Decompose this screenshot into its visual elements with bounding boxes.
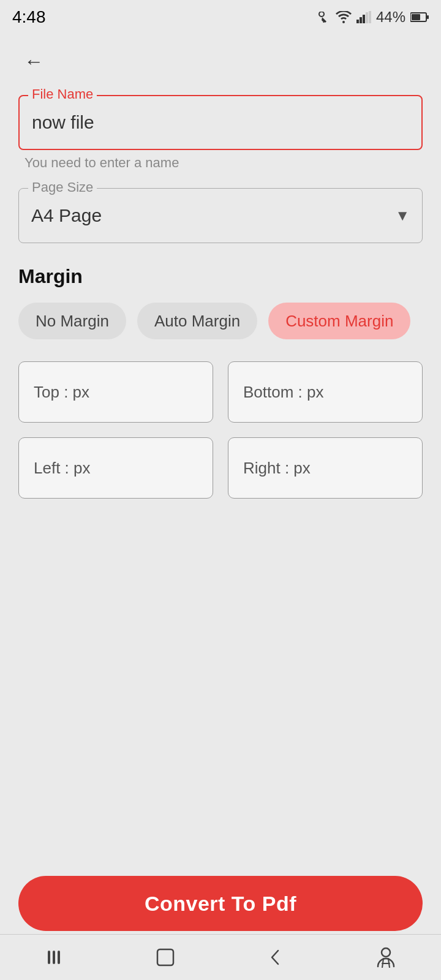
page-size-dropdown[interactable]: A4 Page ▼ [18,188,423,243]
bottom-margin-placeholder: Bottom : px [243,383,324,402]
status-icons: 44% [316,9,429,26]
nav-home-button[interactable] [150,942,181,973]
right-margin-input[interactable]: Right : px [228,437,423,499]
battery-icon [410,12,429,23]
square-icon [156,948,175,967]
nav-person-button[interactable] [371,942,401,973]
svg-rect-3 [366,12,368,23]
top-margin-input[interactable]: Top : px [18,361,213,423]
svg-rect-10 [58,951,60,964]
page-size-label: Page Size [28,179,97,195]
svg-rect-8 [48,951,50,964]
bottom-nav [0,934,441,980]
file-name-input[interactable] [18,95,423,150]
file-name-field-wrapper: File Name [18,95,423,150]
back-arrow-icon: ← [24,50,43,73]
menu-lines-icon [45,949,65,965]
page-size-dropdown-wrapper: Page Size A4 Page ▼ [18,188,423,243]
svg-rect-0 [356,20,359,23]
svg-rect-2 [363,15,365,23]
top-margin-placeholder: Top : px [34,383,89,402]
wifi-icon [336,11,352,23]
key-icon [316,12,331,23]
svg-rect-7 [427,15,429,19]
file-name-error: You need to enter a name [24,155,423,171]
battery-text: 44% [376,9,405,26]
svg-rect-11 [157,949,173,965]
person-icon [377,947,395,968]
margin-inputs-grid: Top : px Bottom : px Left : px Right : p… [18,361,423,499]
bottom-margin-input[interactable]: Bottom : px [228,361,423,423]
margin-section: Margin No Margin Auto Margin Custom Marg… [18,265,423,499]
svg-rect-6 [412,14,420,20]
nav-back-button[interactable] [260,942,291,973]
left-margin-placeholder: Left : px [34,459,91,478]
signal-icon [356,11,371,23]
svg-rect-4 [369,11,371,23]
status-time: 4:48 [12,7,46,27]
no-margin-button[interactable]: No Margin [18,303,126,339]
svg-rect-9 [53,951,55,964]
dropdown-arrow-icon: ▼ [395,207,410,224]
right-margin-placeholder: Right : px [243,459,311,478]
auto-margin-button[interactable]: Auto Margin [137,303,257,339]
margin-options: No Margin Auto Margin Custom Margin [18,303,423,339]
custom-margin-button[interactable]: Custom Margin [268,303,410,339]
svg-point-12 [382,948,390,957]
status-bar: 4:48 44% [0,0,441,34]
left-margin-input[interactable]: Left : px [18,437,213,499]
chevron-left-icon [268,948,283,967]
convert-button[interactable]: Convert To Pdf [18,876,423,931]
main-content: ← File Name You need to enter a name Pag… [0,34,441,980]
file-name-label: File Name [28,86,97,102]
svg-rect-1 [360,17,362,23]
margin-title: Margin [18,265,423,288]
back-button[interactable]: ← [18,46,49,77]
page-size-value: A4 Page [31,205,102,226]
nav-menu-button[interactable] [40,942,70,973]
convert-button-wrapper: Convert To Pdf [18,876,423,931]
